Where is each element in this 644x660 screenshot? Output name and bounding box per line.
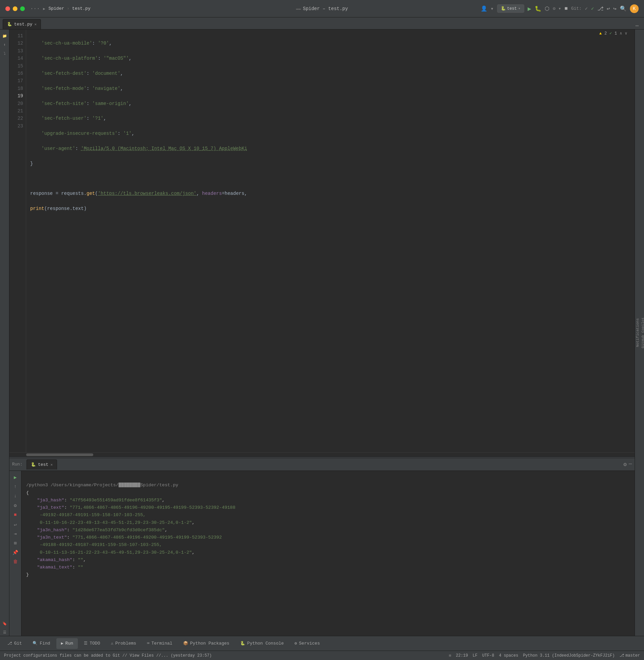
python-file-icon: 🐍 [7,22,12,27]
output-ja3n-hash-key: "ja3n_hash" [37,527,67,533]
code-line-19: }🔒 [30,160,630,167]
code-line-23 [30,220,630,227]
nav-up[interactable]: ∧ [620,31,622,36]
h-scroll-thumb[interactable] [26,453,93,456]
file-tab-close[interactable]: ✕ [34,22,37,26]
code-line-12: 'sec-ch-ua-platform': '"macOS"', [30,55,630,62]
profile-dropdown[interactable]: ⊙ ▾ [553,6,561,11]
bottom-tab-todo[interactable]: ☰ TODO [79,638,105,649]
run-icon: 🐍 [501,6,506,11]
code-content[interactable]: 'sec-ch-ua-mobile': '?0', 'sec-ch-ua-pla… [26,29,635,452]
bottom-tab-terminal[interactable]: ⌨ Terminal [142,638,177,649]
run-tab-icon-bottom: ▶ [61,641,63,646]
status-notice-text: Project configurations files can be adde… [4,653,212,658]
run-stop-btn[interactable]: ■ [12,511,19,518]
close-btn[interactable] [5,6,10,11]
sidebar-icon-bookmarks[interactable]: 🔖 [1,620,8,627]
run-pin-btn[interactable]: 📌 [12,549,19,556]
output-akamai-hash-key: "akamai_hash" [37,557,72,562]
output-ja3-text-val-2: -49192-49187-49191-159-158-107-103-255, [26,513,145,517]
run-indent-btn[interactable]: ⇥ [12,530,19,537]
warning-icon: ▲ [599,31,602,36]
avatar[interactable]: K [630,4,639,13]
sidebar-icon-pull-requests[interactable]: ⤵ [1,50,8,57]
ok-count: 1 [615,31,617,36]
file-tab-test-py[interactable]: 🐍 test.py ✕ [3,19,41,29]
bottom-tab-find[interactable]: 🔍 Find [28,638,55,649]
run-button[interactable]: ▶ [528,5,531,13]
sidebar-icon-project[interactable]: 📁 [1,32,8,40]
status-interpreter-value: Python 3.11 (IndeedJobSpider-ZYkFJ2iF) [523,653,615,658]
horizontal-scrollbar[interactable] [9,452,635,456]
run-settings-btn[interactable]: ⚙ [12,502,19,509]
status-encoding[interactable]: UTF-8 [482,653,495,658]
run-label: Run: [12,462,22,467]
run-wrap-btn[interactable]: ↵ [12,520,19,528]
code-line-18: 'user-agent': 'Mozilla/5.0 (Macintosh; I… [30,145,630,152]
run-tab-settings[interactable]: ⚙ ─ [624,461,632,468]
bottom-tab-problems[interactable]: ⚠ Problems [106,638,141,649]
maximize-btn[interactable] [20,6,25,11]
right-sidebar: Notifications GitHub Copilot Database Sc… [635,29,644,636]
code-line-15: 'sec-fetch-site': 'same-origin', [30,100,630,107]
status-notice[interactable]: Project configurations files can be adde… [4,653,212,658]
run-grid-btn[interactable]: ⊞ [12,539,19,547]
window-title: Spider – test.py [303,6,348,11]
status-right: ⊞ 22:19 LF UTF-8 4 spaces Python 3.11 (I… [449,653,640,658]
tabs-more-btn[interactable]: ⋯ [632,22,641,29]
run-scroll-up[interactable]: ↑ [12,483,19,490]
code-line-16: 'sec-fetch-user': '?1', [30,115,630,122]
stop-button[interactable]: ■ [565,6,568,12]
search-button[interactable]: 🔍 [620,5,626,12]
output-ja3n-text-val: "771,4866-4867-4865-49196-49200-49195-49… [72,535,222,540]
run-config-label: test [507,6,517,11]
nav-dots[interactable]: ··· [30,6,40,12]
git-undo[interactable]: ↩ [607,5,610,12]
status-branch[interactable]: ⎇ master [620,653,640,658]
status-position[interactable]: 22:19 [456,653,468,658]
output-ja3n-text-key: "ja3n_text" [37,535,67,540]
code-editor[interactable]: ▲ 2 ✓ 1 ∧ ∨ 11 12 13 14 15 16 17 18 [9,29,635,452]
branch-name: master [625,653,640,658]
problems-tab-icon: ⚠ [111,641,113,646]
sidebar-github-copilot[interactable]: GitHub Copilot [640,316,644,350]
coverage-button[interactable]: ⬡ [545,5,549,12]
run-tab-test[interactable]: 🐍 test ✕ [26,459,57,470]
git-redo[interactable]: ↪ [613,5,617,12]
output-akamai-text-val: "" [78,565,83,570]
status-indent[interactable]: 4 spaces [499,653,519,658]
run-scroll-down[interactable]: ↓ [12,492,19,500]
bottom-tab-services[interactable]: ⚙ Services [290,638,325,649]
bottom-tab-git[interactable]: ⎇ Git [3,638,26,649]
warning-indicator: ▲ 2 ✓ 1 ∧ ∨ [597,29,630,37]
sidebar-icon-structure[interactable]: ☰ [1,629,8,636]
settings-icon[interactable]: ⚙ [624,461,627,468]
run-config-btn[interactable]: 🐍 test ▾ [497,4,524,13]
status-left: Project configurations files can be adde… [4,653,212,658]
run-content: ▶ ↑ ↓ ⚙ ■ ↵ ⇥ ⊞ 📌 🗑 /python3 /Users/king… [9,471,635,636]
output-ja3-text-val: "771,4866-4867-4865-49196-49200-49195-49… [70,505,235,510]
todo-tab-label: TODO [90,641,100,646]
nav-down[interactable]: ∨ [625,31,627,36]
run-clear-btn[interactable]: 🗑 [12,558,19,565]
sidebar-icon-commit[interactable]: ⬆ [1,41,8,48]
status-line-sep[interactable]: LF [473,653,477,658]
git-label: Git: [571,6,582,11]
run-output[interactable]: /python3 /Users/kingname/Projects/██████… [21,471,635,636]
code-line-17: 'upgrade-insecure-requests': '1', [30,130,630,137]
run-tab-close[interactable]: ✕ [50,463,53,467]
output-ja3-hash-val: "47f56493e551459ad91fdee8f61435f3" [70,498,162,503]
avatar-icon[interactable]: 👤 ▾ [481,5,494,12]
bottom-tab-run[interactable]: ▶ Run [56,638,78,649]
debug-button[interactable]: 🐛 [535,5,542,12]
run-play-btn[interactable]: ▶ [12,474,19,481]
bottom-tab-python-console[interactable]: 🐍 Python Console [235,638,289,649]
minimize-btn[interactable] [13,6,18,11]
sidebar-notifications[interactable]: Notifications [635,317,640,349]
output-akamai-text-key: "akamai_text" [37,565,72,570]
status-interpreter[interactable]: Python 3.11 (IndeedJobSpider-ZYkFJ2iF) [523,653,615,658]
git-branch-btn[interactable]: ⎇ [597,5,603,12]
minimize-panel-icon[interactable]: ─ [628,461,632,468]
output-ja3-hash-key: "ja3_hash" [37,498,64,503]
bottom-tab-python-packages[interactable]: 📦 Python Packages [179,638,234,649]
